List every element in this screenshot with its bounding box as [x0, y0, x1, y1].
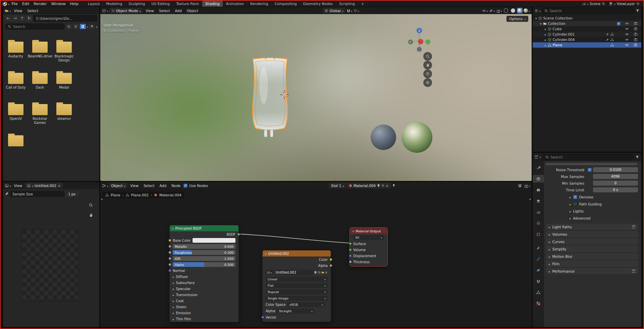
metallic-field[interactable]: Metallic0.000	[173, 244, 235, 249]
menu-file[interactable]: File	[10, 1, 20, 6]
denoise-toggle-row[interactable]: Denoise	[570, 194, 639, 200]
shading-wireframe-button[interactable]	[503, 8, 509, 13]
panel-light-paths[interactable]: Light Paths	[546, 224, 638, 230]
section-specular[interactable]: Specular	[170, 286, 238, 292]
roughness-slider[interactable]: Roughness0.300	[173, 250, 235, 255]
zoom-button[interactable]	[87, 201, 95, 209]
disable-in-render-icon[interactable]	[634, 32, 638, 36]
workspace-tab-layout[interactable]: Layout	[85, 1, 103, 7]
snapping-toggle[interactable]	[346, 8, 352, 13]
camera-view-button[interactable]	[423, 69, 432, 78]
socket-metallic[interactable]	[168, 245, 171, 248]
image-browse-button[interactable]	[266, 270, 273, 275]
disable-in-render-icon[interactable]	[634, 27, 638, 31]
hide-in-viewport-icon[interactable]	[625, 32, 629, 36]
socket-bsdf-output[interactable]	[237, 233, 240, 236]
hide-in-viewport-icon[interactable]	[625, 21, 629, 26]
unlink-image-button[interactable]: ×	[325, 271, 328, 274]
workspace-tab-animation[interactable]: Animation	[223, 1, 248, 7]
image-editor-icon[interactable]	[5, 184, 9, 188]
breadcrumb-material[interactable]: Material.004	[159, 193, 181, 197]
app-menu-caret[interactable]	[8, 2, 9, 6]
path-input[interactable]	[36, 16, 95, 21]
max-samples-field[interactable]: 4096	[593, 174, 638, 179]
image-name-field[interactable]: Untitled.002	[274, 270, 313, 275]
file-menu-view[interactable]: View	[12, 8, 24, 13]
node-principled-bsdf[interactable]: Principled BSDF BSDF Base Color Metallic…	[169, 225, 239, 322]
editor-type-caret[interactable]	[539, 9, 541, 13]
section-thin-film[interactable]: Thin Film	[170, 316, 238, 322]
editor-type-caret[interactable]	[540, 155, 541, 159]
outliner-row-cylinder-004[interactable]: Cylinder.004	[533, 37, 641, 42]
gizmo-x-axis[interactable]	[418, 39, 423, 44]
properties-search[interactable]	[543, 154, 634, 160]
folder-item-medal[interactable]: Medal	[52, 70, 76, 101]
properties-tab-render[interactable]	[533, 175, 544, 183]
mode-dropdown[interactable]: Object Mode	[109, 8, 143, 13]
denoise-checkbox[interactable]	[573, 195, 577, 199]
editor-type-caret[interactable]	[10, 184, 11, 188]
properties-tab-material[interactable]	[533, 299, 544, 307]
sidebar-expand-arrow[interactable]: ▸	[101, 197, 103, 201]
navigation-gizmo[interactable]: Z Y	[405, 27, 433, 55]
modifier-badge-icon[interactable]	[606, 33, 609, 36]
color-space-dropdown[interactable]: sRGB	[287, 302, 325, 307]
panel-performance[interactable]: Performance	[546, 268, 638, 274]
outliner-search[interactable]	[542, 8, 635, 14]
image-canvas-transparent-preview[interactable]	[22, 230, 78, 301]
disable-in-render-icon[interactable]	[634, 43, 638, 47]
folder-item-rockstar[interactable]: Rockstar Games	[28, 101, 52, 133]
scene-selector[interactable]: Scene	[580, 2, 607, 6]
new-viewlayer-icon[interactable]	[636, 2, 640, 5]
socket-alpha-output[interactable]	[329, 264, 332, 267]
properties-tab-view-layer[interactable]	[533, 197, 544, 205]
transform-orientation-dropdown[interactable]: Global	[323, 8, 345, 13]
folder-item-unnamed[interactable]	[4, 133, 28, 164]
open-image-icon[interactable]	[321, 271, 324, 274]
gizmo-z-neg-axis[interactable]	[417, 47, 422, 52]
viewport-menu-select[interactable]: Select	[157, 8, 172, 13]
preset-icon[interactable]	[632, 225, 635, 228]
outliner-search-input[interactable]	[549, 8, 632, 13]
proportional-editing-toggle[interactable]	[353, 8, 359, 13]
min-samples-field[interactable]: 0	[593, 181, 638, 186]
editor-type-caret[interactable]	[10, 9, 11, 13]
gizmo-y-axis[interactable]	[426, 40, 431, 45]
section-subsurface[interactable]: Subsurface	[170, 280, 238, 286]
node-header[interactable]: Material Output	[350, 228, 387, 234]
toolbar-expand-arrow[interactable]: ▸	[101, 20, 103, 23]
socket-roughness[interactable]	[168, 251, 171, 254]
workspace-tab-sculpting[interactable]: Sculpting	[125, 1, 148, 7]
properties-tab-world[interactable]	[533, 219, 544, 227]
display-vertical-list-button[interactable]	[66, 24, 72, 29]
properties-tab-scene[interactable]	[533, 208, 544, 216]
hide-in-viewport-icon[interactable]	[625, 43, 629, 47]
socket-surface-input[interactable]	[349, 242, 352, 245]
path-field[interactable]	[33, 15, 97, 21]
duplicate-image-icon[interactable]	[318, 271, 321, 274]
menu-render[interactable]: Render	[32, 1, 49, 6]
filter-icon[interactable]	[636, 9, 640, 13]
section-emission[interactable]: Emission	[170, 310, 238, 316]
preset-icon[interactable]	[632, 270, 635, 273]
workspace-tab-scripting[interactable]: Scripting	[336, 1, 358, 7]
outliner-row-cube[interactable]: Cube	[533, 26, 641, 32]
folder-item-callofduty[interactable]: Call of Duty	[4, 70, 28, 101]
fake-user-shield-icon[interactable]	[314, 271, 317, 274]
properties-tab-object-data[interactable]	[533, 288, 544, 296]
alpha-mode-dropdown[interactable]: Straight	[277, 309, 314, 314]
section-sheen[interactable]: Sheen	[170, 304, 238, 310]
source-dropdown[interactable]: Single Image	[266, 296, 328, 301]
collection-checkbox[interactable]	[617, 22, 621, 26]
file-search-input[interactable]	[12, 24, 62, 29]
mesh-data-badge-icon[interactable]	[610, 43, 614, 47]
show-gizmos-toggle[interactable]	[489, 8, 495, 13]
socket-thickness-input[interactable]	[349, 261, 352, 264]
filter-settings-caret[interactable]	[96, 25, 97, 29]
panel-motion-blur[interactable]: Motion Blur	[546, 253, 638, 260]
object-visibility-dropdown[interactable]	[482, 8, 488, 13]
mesh-data-badge-icon[interactable]	[610, 33, 614, 36]
outliner-row-collection[interactable]: Collection	[533, 21, 641, 26]
eyedropper-icon[interactable]	[5, 192, 9, 196]
hdri-rotation-sphere[interactable]	[401, 122, 432, 153]
